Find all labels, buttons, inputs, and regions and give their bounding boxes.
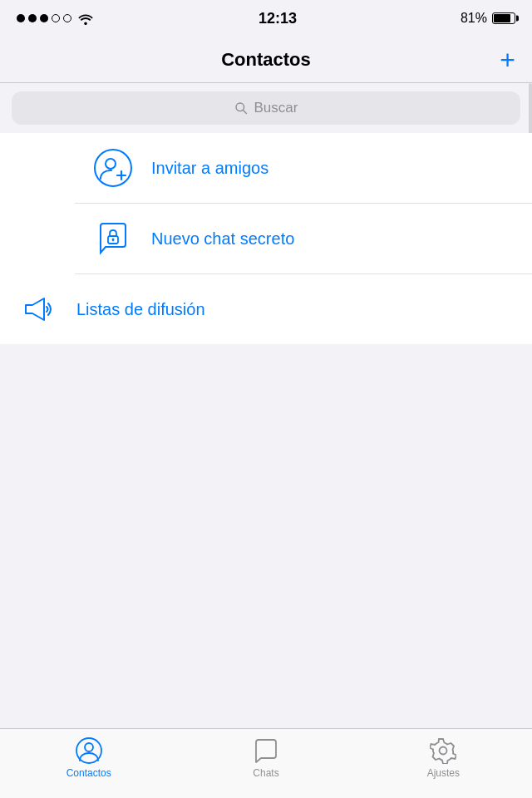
dot-1 [17, 14, 25, 22]
tab-chats-label: Chats [253, 767, 278, 779]
ajustes-tab-icon [430, 737, 456, 764]
status-right: 81% [461, 11, 515, 26]
svg-point-3 [106, 159, 116, 169]
dot-2 [28, 14, 37, 22]
broadcast-label: Listas de difusión [76, 300, 205, 319]
add-contact-icon [94, 149, 132, 187]
nav-title: Contactos [221, 49, 311, 71]
broadcast-item[interactable]: Listas de difusión [0, 274, 532, 344]
tab-bar: Contactos Chats Ajustes [0, 728, 532, 798]
tab-contactos[interactable]: Contactos [0, 737, 177, 779]
search-icon [234, 101, 248, 115]
chats-tab-icon [253, 737, 279, 764]
status-time: 12:13 [259, 10, 297, 27]
add-contact-button[interactable]: + [500, 47, 515, 73]
contactos-tab-icon [76, 737, 102, 764]
search-placeholder: Buscar [254, 100, 298, 116]
invite-friends-label: Invitar a amigos [151, 159, 268, 178]
wifi-icon [76, 12, 95, 25]
nav-bar: Contactos + [0, 37, 532, 83]
search-container: Buscar [0, 83, 532, 133]
battery-icon [492, 12, 515, 24]
broadcast-icon [19, 290, 57, 328]
battery-percent: 81% [461, 11, 487, 26]
svg-point-11 [440, 747, 447, 755]
tab-ajustes[interactable]: Ajustes [355, 737, 532, 779]
dot-3 [40, 14, 48, 22]
dot-5 [63, 14, 71, 22]
status-bar: 12:13 81% [0, 0, 532, 37]
tab-ajustes-label: Ajustes [427, 767, 460, 779]
secret-chat-icon-wrap [91, 217, 135, 260]
secret-chat-icon [94, 219, 132, 258]
secret-chat-label: Nuevo chat secreto [151, 229, 294, 249]
invite-friends-item[interactable]: Invitar a amigos [75, 133, 532, 204]
battery-fill [494, 14, 510, 22]
broadcast-icon-wrap [17, 288, 60, 331]
invite-friends-icon-wrap [91, 146, 135, 190]
signal-dots [17, 14, 71, 22]
svg-line-1 [243, 110, 246, 113]
signal-area [17, 12, 95, 25]
svg-rect-8 [112, 239, 114, 242]
secret-chat-item[interactable]: Nuevo chat secreto [75, 204, 532, 274]
menu-list: Invitar a amigos Nuevo chat secreto [0, 133, 532, 344]
dot-4 [52, 14, 60, 22]
svg-point-10 [85, 743, 93, 751]
tab-chats[interactable]: Chats [177, 737, 354, 779]
tab-contactos-label: Contactos [66, 767, 111, 779]
search-bar[interactable]: Buscar [12, 91, 520, 125]
